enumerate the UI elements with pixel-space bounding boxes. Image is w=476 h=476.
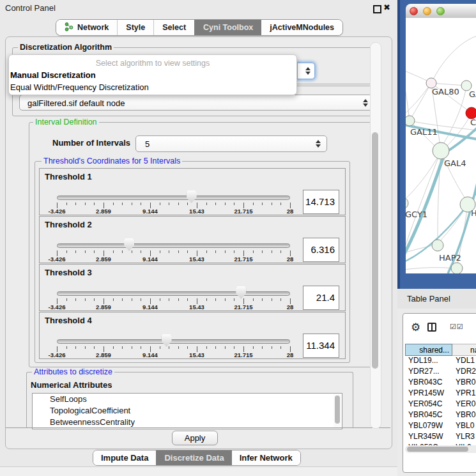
group-title: Threshold's Coordinates for 5 Intervals: [42, 157, 182, 165]
table-row[interactable]: YBL079WYBL0: [405, 421, 476, 432]
panel-title: Control Panel: [5, 3, 56, 13]
scale-label: 28: [287, 303, 294, 311]
close-icon[interactable]: ✖: [383, 3, 390, 12]
tab-style[interactable]: Style: [117, 20, 153, 35]
slider-handle[interactable]: [162, 334, 172, 347]
threshold-panel-3: Threshold 3 21.4 -3.4262.8599.14415.4321…: [39, 264, 346, 311]
tab-network[interactable]: Network: [56, 20, 117, 35]
node-gal11[interactable]: [406, 116, 415, 126]
network-icon: [65, 22, 73, 33]
attribute-list-item[interactable]: BetweennessCentrality: [33, 417, 342, 428]
table-row[interactable]: YBR045CYBR0: [405, 410, 476, 421]
float-window-icon[interactable]: [373, 5, 381, 13]
network-canvas[interactable]: GAL80 GA C GAL11 GAL4 GCY1 H HAP2: [406, 18, 476, 273]
slider-track[interactable]: [57, 339, 290, 344]
bottom-strip: [0, 467, 397, 476]
scale-label: -3.426: [49, 256, 66, 263]
group-title: Interval Definition: [33, 118, 99, 127]
tab-impute-data[interactable]: Impute Data: [93, 450, 156, 465]
tab-discretize-data[interactable]: Discretize Data: [156, 450, 231, 465]
numerical-attributes-label: Numerical Attributes: [31, 380, 112, 390]
table-data-combobox[interactable]: galFiltered.sif default node: [19, 95, 374, 111]
dropdown-option-manual[interactable]: Manual Discretization: [9, 69, 296, 81]
attributes-to-discretize-group: Attributes to discretize Numerical Attri…: [26, 372, 353, 428]
scale-label: 28: [287, 256, 294, 263]
tab-label: Network: [77, 23, 109, 32]
attribute-list-item[interactable]: SelfLoops: [33, 394, 342, 405]
slider-ticks: [57, 250, 291, 256]
threshold-panel-4: Threshold 4 11.344 -3.4262.8599.14415.43…: [39, 312, 346, 359]
list-scrollbar[interactable]: [334, 394, 341, 428]
scrollbar-thumb[interactable]: [335, 395, 340, 424]
scale-label: 2.859: [96, 208, 111, 215]
threshold-value-field[interactable]: 11.344: [303, 334, 339, 358]
slider-track[interactable]: [57, 243, 290, 248]
horizontal-scrollbar[interactable]: [405, 445, 476, 453]
number-of-intervals-spinner[interactable]: 5: [135, 135, 327, 152]
scrollbar-thumb[interactable]: [372, 132, 378, 369]
node-labels: GAL80 GA C GAL11 GAL4 GCY1 H HAP2: [406, 87, 476, 263]
numerical-attributes-list[interactable]: SelfLoopsTopologicalCoefficientBetweenne…: [32, 393, 342, 429]
slider-track[interactable]: [57, 196, 290, 200]
scrollbar-thumb[interactable]: [407, 447, 468, 452]
table-panel-title: Table Panel: [407, 289, 450, 309]
attribute-list-item[interactable]: TopologicalCoefficient: [33, 405, 342, 417]
close-traffic-light-icon[interactable]: [410, 7, 418, 15]
algorithm-combobox[interactable]: [297, 63, 315, 79]
node-gal4[interactable]: [433, 142, 449, 159]
scale-label: 9.144: [142, 208, 158, 215]
table-row[interactable]: YDL19...YDL1: [405, 356, 476, 367]
network-window-titlebar[interactable]: [406, 4, 476, 19]
slider-handle[interactable]: [187, 190, 197, 203]
gear-icon[interactable]: ⚙: [411, 321, 420, 334]
threshold-label: Threshold 2: [45, 220, 92, 229]
slider-track[interactable]: [57, 291, 290, 296]
threshold-value-field[interactable]: 14.713: [303, 190, 339, 214]
threshold-coordinates-group: Threshold's Coordinates for 5 Intervals …: [35, 161, 350, 363]
scale-label: 21.715: [234, 208, 252, 215]
scale-label: 15.43: [189, 303, 204, 311]
svg-text:GCY1: GCY1: [406, 210, 427, 219]
network-nodes[interactable]: [406, 78, 476, 273]
svg-text:GAL80: GAL80: [432, 87, 459, 96]
checkbox-icons[interactable]: ☑☑: [450, 323, 464, 331]
dropdown-option-equal-width[interactable]: Equal Width/Frequency Discretization: [9, 81, 296, 93]
group-title: Attributes to discretize: [32, 367, 114, 376]
apply-button[interactable]: Apply: [172, 431, 218, 445]
node-gcy1[interactable]: [406, 197, 408, 209]
scale-label: 2.859: [96, 351, 111, 358]
interval-definition-group: Interval Definition Number of Intervals …: [29, 122, 375, 367]
threshold-panel-2: Threshold 2 6.316 -3.4262.8599.14415.432…: [39, 216, 346, 263]
column-header-name[interactable]: name: [452, 344, 476, 356]
node-partial[interactable]: [451, 263, 463, 273]
tab-infer-network[interactable]: Infer Network: [232, 450, 300, 465]
scale-label: 28: [287, 208, 294, 215]
columns-icon[interactable]: [427, 323, 436, 332]
table-row[interactable]: YPR145WYPR1: [405, 388, 476, 399]
dropdown-prompt-item[interactable]: Select algorithm to view settings: [9, 58, 296, 69]
zoom-traffic-light-icon[interactable]: [436, 7, 445, 15]
slider-handle[interactable]: [124, 238, 134, 251]
table-row[interactable]: YER054CYER0: [405, 399, 476, 410]
node-hap2[interactable]: [432, 240, 443, 251]
threshold-value-field[interactable]: 21.4: [303, 286, 339, 310]
panel-scrollbar[interactable]: [370, 42, 381, 429]
slider-ticks: [57, 203, 291, 208]
table-row[interactable]: YBR043CYBR0: [405, 378, 476, 388]
minimize-traffic-light-icon[interactable]: [423, 7, 431, 15]
column-header-shared-name[interactable]: shared...: [405, 344, 452, 356]
scale-label: -3.426: [49, 303, 66, 311]
node-table-card: ⚙ ☑☑ shared... name YDL19...YDL1 YDR27..…: [403, 313, 476, 473]
top-tabstrip: Network Style Select Cyni Toolbox jActiv…: [56, 19, 343, 36]
tab-jactivemnodules[interactable]: jActiveMNodules: [261, 20, 342, 35]
svg-text:GAL4: GAL4: [444, 158, 466, 168]
slider-handle[interactable]: [236, 286, 246, 299]
scale-label: 9.144: [142, 303, 158, 311]
threshold-value-field[interactable]: 6.316: [303, 238, 339, 262]
scale-label: 9.144: [142, 256, 158, 263]
tab-select[interactable]: Select: [153, 20, 194, 35]
table-row[interactable]: YLR345WYLR3: [405, 432, 476, 443]
table-rows: YDL19...YDL1 YDR27...YDR2 YBR043CYBR0 YP…: [405, 356, 476, 445]
table-row[interactable]: YDR27...YDR2: [405, 367, 476, 378]
tab-cyni-toolbox[interactable]: Cyni Toolbox: [194, 20, 261, 35]
